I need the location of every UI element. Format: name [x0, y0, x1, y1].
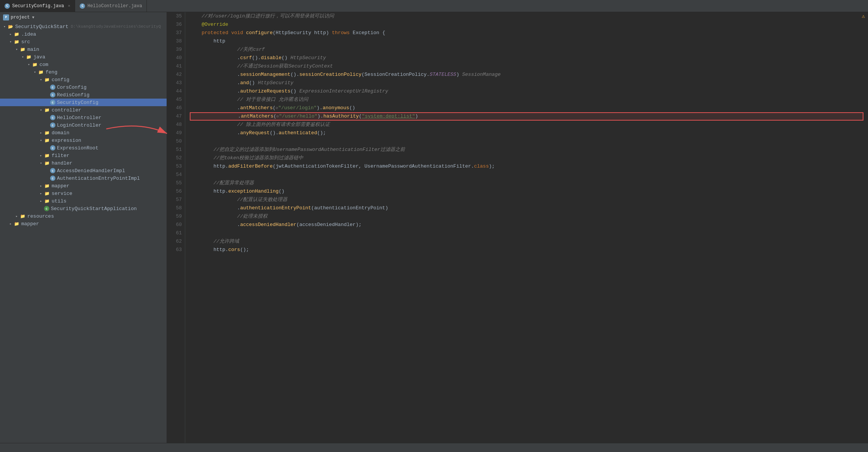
tree-label: domain	[52, 130, 69, 136]
line-number-50: 50	[170, 137, 182, 146]
folder-icon: 📁	[20, 46, 26, 52]
sidebar-item-service[interactable]: ▸📁service	[0, 190, 167, 197]
tree-label: com	[39, 62, 48, 67]
folder-icon: 📁	[44, 160, 50, 166]
line-number-47: 47	[170, 112, 182, 121]
bottom-bar	[0, 443, 868, 452]
line-number-48: 48	[170, 121, 182, 129]
tree-label: LoginController	[57, 122, 101, 128]
toggle-spacer	[44, 92, 50, 98]
sidebar-item-security-config[interactable]: CSecurityConfig	[0, 99, 167, 106]
tree-label: SecurityConfig	[57, 100, 98, 105]
main-layout: P project ▼ ▾📂SecurityQuickStartD:\kuang…	[0, 12, 868, 443]
code-line-53: http.addFilterBefore(jwtAuthenticationTo…	[190, 162, 863, 171]
chevron-down-icon: ▼	[32, 16, 34, 20]
sidebar-item-mapper-root[interactable]: ▸📁mapper	[0, 220, 167, 228]
code-line-37: protected void configure(HttpSecurity ht…	[190, 29, 863, 37]
folder-icon: 📁	[14, 31, 20, 37]
sidebar-item-filter[interactable]: ▸📁filter	[0, 152, 167, 159]
sidebar-item-root[interactable]: ▾📂SecurityQuickStartD:\kuangStudyJavaExe…	[0, 23, 167, 30]
line-number-46: 46	[170, 104, 182, 112]
java-file-icon-2: C	[80, 3, 85, 9]
sidebar-item-feng[interactable]: ▾📁feng	[0, 68, 167, 76]
line-number-60: 60	[170, 221, 182, 229]
line-number-54: 54	[170, 171, 182, 179]
toggle-spacer	[44, 84, 50, 90]
tree-label: SecurityQuickStart	[15, 24, 68, 30]
sidebar-item-auth-entry[interactable]: CAuthenticationEntryPointImpl	[0, 174, 167, 182]
toggle-icon: ▾	[2, 24, 8, 30]
sidebar-item-idea[interactable]: ▸📁.idea	[0, 30, 167, 38]
tree-label: AccessDeniedHandlerImpl	[57, 168, 125, 174]
folder-icon: 📁	[44, 137, 50, 143]
toggle-icon: ▾	[14, 46, 20, 52]
tree-label: resources	[27, 213, 54, 219]
code-line-42: .sessionManagement().sessionCreationPoli…	[190, 71, 863, 79]
tree-label: config	[52, 77, 69, 83]
code-line-50	[190, 137, 863, 146]
toggle-spacer	[44, 99, 50, 105]
sidebar-item-com[interactable]: ▾📁com	[0, 61, 167, 68]
tree-label: java	[33, 54, 45, 60]
line-number-38: 38	[170, 37, 182, 46]
folder-icon: 📁	[44, 77, 50, 83]
sidebar-item-cors-config[interactable]: CCorsConfig	[0, 83, 167, 91]
line-number-42: 42	[170, 71, 182, 79]
sidebar-item-expression-root[interactable]: CExpressionRoot	[0, 144, 167, 152]
warning-icon: ⚠	[862, 12, 865, 20]
tree-container: ▾📂SecurityQuickStartD:\kuangStudyJavaExe…	[0, 23, 167, 228]
sidebar-item-handler[interactable]: ▾📁handler	[0, 159, 167, 167]
toggle-spacer	[44, 115, 50, 121]
line-number-61: 61	[170, 229, 182, 237]
sidebar-item-login-controller[interactable]: CLoginController	[0, 121, 167, 129]
folder-icon: 📁	[14, 221, 20, 227]
tree-label: HelloController	[57, 115, 101, 121]
sidebar-item-resources[interactable]: ▸📁resources	[0, 212, 167, 220]
sidebar-item-expression[interactable]: ▾📁expression	[0, 137, 167, 144]
sidebar-item-utils[interactable]: ▸📁utils	[0, 197, 167, 205]
toggle-icon: ▾	[26, 61, 32, 67]
toggle-spacer	[44, 175, 50, 181]
folder-icon: 📁	[38, 69, 44, 75]
sidebar-item-access-denied[interactable]: CAccessDeniedHandlerImpl	[0, 167, 167, 174]
sidebar-header: P project ▼	[0, 12, 167, 23]
toggle-icon: ▾	[8, 39, 14, 45]
toggle-icon: ▸	[38, 198, 44, 204]
sidebar-item-hello-controller[interactable]: CHelloController	[0, 114, 167, 121]
tree-label: controller	[52, 107, 81, 113]
project-icon: P	[3, 14, 9, 20]
toggle-icon: ▸	[14, 213, 20, 219]
code-line-58: .authenticationEntryPoint(authentication…	[190, 204, 863, 212]
tab-close-security-config[interactable]: ×	[68, 4, 71, 8]
sidebar-item-domain[interactable]: ▸📁domain	[0, 129, 167, 137]
toggle-icon: ▾	[20, 54, 26, 60]
line-number-49: 49	[170, 129, 182, 137]
sidebar-item-app-main[interactable]: CSecurityQuickStartApplication	[0, 205, 167, 212]
code-line-41: //不通过Session获取SecurityContext	[190, 62, 863, 71]
sidebar-item-src[interactable]: ▾📁src	[0, 38, 167, 46]
tab-hello-controller[interactable]: C HelloController.java	[75, 0, 147, 12]
line-number-63: 63	[170, 246, 182, 254]
code-line-52: //把token校验过滤器添加到过滤器链中	[190, 154, 863, 162]
tree-label: handler	[52, 160, 72, 166]
tree-label: mapper	[52, 183, 69, 189]
code-line-36: @Override	[190, 20, 863, 29]
sidebar-item-redis-config[interactable]: CRedisConfig	[0, 91, 167, 99]
code-line-63: http.cors();	[190, 246, 863, 254]
line-number-36: 36	[170, 20, 182, 29]
toggle-icon: ▾	[32, 69, 38, 75]
editor[interactable]: 3536373839404142434445464748495051525354…	[167, 12, 868, 443]
tab-security-config[interactable]: C SecurityConfig.java ×	[0, 0, 75, 12]
sidebar-item-java[interactable]: ▾📁java	[0, 53, 167, 61]
sidebar-item-config[interactable]: ▾📁config	[0, 76, 167, 83]
folder-icon: 📁	[44, 190, 50, 196]
folder-icon: 📁	[26, 54, 32, 60]
toggle-icon: ▾	[38, 107, 44, 113]
line-number-51: 51	[170, 146, 182, 154]
folder-icon: 📁	[14, 39, 20, 45]
sidebar-item-mapper[interactable]: ▸📁mapper	[0, 182, 167, 190]
sidebar-item-main[interactable]: ▾📁main	[0, 46, 167, 53]
code-line-48: // 除上面外的所有请求全部需要鉴权认证	[190, 121, 863, 129]
sidebar-item-controller[interactable]: ▾📁controller	[0, 106, 167, 114]
java-icon: C	[50, 85, 55, 90]
